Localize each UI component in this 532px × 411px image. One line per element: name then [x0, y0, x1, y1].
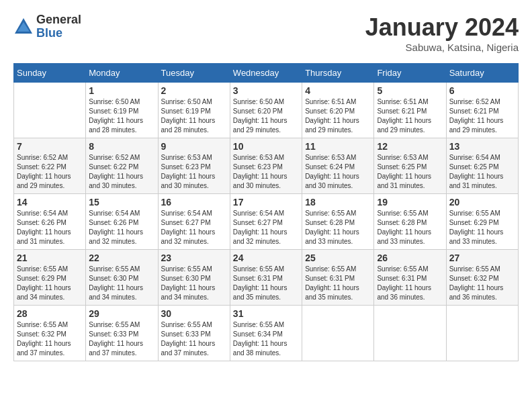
- calendar-cell: 26Sunrise: 6:55 AM Sunset: 6:31 PM Dayli…: [374, 250, 446, 306]
- week-row-4: 21Sunrise: 6:55 AM Sunset: 6:29 PM Dayli…: [14, 250, 519, 306]
- day-info: Sunrise: 6:53 AM Sunset: 6:23 PM Dayligh…: [161, 153, 227, 191]
- day-info: Sunrise: 6:55 AM Sunset: 6:32 PM Dayligh…: [449, 265, 515, 302]
- day-info: Sunrise: 6:55 AM Sunset: 6:31 PM Dayligh…: [305, 265, 371, 302]
- day-number: 3: [233, 85, 299, 96]
- calendar-cell: 19Sunrise: 6:55 AM Sunset: 6:28 PM Dayli…: [374, 194, 446, 250]
- day-number: 30: [161, 308, 227, 319]
- weekday-header-wednesday: Wednesday: [230, 64, 302, 83]
- calendar-cell: 24Sunrise: 6:55 AM Sunset: 6:31 PM Dayli…: [230, 250, 302, 306]
- day-number: 1: [89, 85, 154, 96]
- weekday-header-sunday: Sunday: [14, 64, 86, 83]
- day-number: 14: [17, 197, 83, 208]
- calendar-cell: 10Sunrise: 6:53 AM Sunset: 6:23 PM Dayli…: [230, 138, 302, 194]
- calendar-cell: 27Sunrise: 6:55 AM Sunset: 6:32 PM Dayli…: [446, 250, 518, 306]
- day-info: Sunrise: 6:55 AM Sunset: 6:34 PM Dayligh…: [233, 320, 299, 358]
- day-info: Sunrise: 6:50 AM Sunset: 6:19 PM Dayligh…: [89, 97, 154, 135]
- day-number: 13: [449, 141, 515, 152]
- day-number: 22: [89, 253, 154, 263]
- calendar-cell: 8Sunrise: 6:52 AM Sunset: 6:22 PM Daylig…: [86, 138, 158, 194]
- logo-icon: [13, 17, 34, 37]
- day-number: 28: [17, 308, 83, 319]
- day-number: 21: [17, 253, 83, 263]
- week-row-3: 14Sunrise: 6:54 AM Sunset: 6:26 PM Dayli…: [14, 194, 519, 250]
- weekday-header-thursday: Thursday: [302, 64, 374, 83]
- day-info: Sunrise: 6:55 AM Sunset: 6:30 PM Dayligh…: [161, 265, 227, 302]
- day-info: Sunrise: 6:52 AM Sunset: 6:21 PM Dayligh…: [449, 97, 515, 135]
- day-info: Sunrise: 6:55 AM Sunset: 6:29 PM Dayligh…: [449, 209, 515, 246]
- day-info: Sunrise: 6:53 AM Sunset: 6:24 PM Dayligh…: [305, 153, 371, 191]
- weekday-header-tuesday: Tuesday: [158, 64, 230, 83]
- day-number: 2: [161, 85, 227, 96]
- page-header: General Blue January 2024 Sabuwa, Katsin…: [13, 13, 519, 53]
- calendar-cell: 25Sunrise: 6:55 AM Sunset: 6:31 PM Dayli…: [302, 250, 374, 306]
- day-number: 17: [233, 197, 299, 208]
- calendar-cell: 5Sunrise: 6:51 AM Sunset: 6:21 PM Daylig…: [374, 83, 446, 138]
- day-number: 10: [233, 141, 299, 152]
- week-row-2: 7Sunrise: 6:52 AM Sunset: 6:22 PM Daylig…: [14, 138, 519, 194]
- day-number: 11: [305, 141, 371, 152]
- day-info: Sunrise: 6:55 AM Sunset: 6:33 PM Dayligh…: [161, 320, 227, 358]
- day-number: 8: [89, 141, 154, 152]
- day-number: 12: [377, 141, 443, 152]
- day-info: Sunrise: 6:52 AM Sunset: 6:22 PM Dayligh…: [89, 153, 154, 191]
- day-info: Sunrise: 6:54 AM Sunset: 6:25 PM Dayligh…: [449, 153, 515, 191]
- weekday-header-saturday: Saturday: [446, 64, 518, 83]
- title-block: January 2024 Sabuwa, Katsina, Nigeria: [365, 13, 519, 53]
- day-info: Sunrise: 6:54 AM Sunset: 6:27 PM Dayligh…: [161, 209, 227, 246]
- calendar-cell: 16Sunrise: 6:54 AM Sunset: 6:27 PM Dayli…: [158, 194, 230, 250]
- day-info: Sunrise: 6:50 AM Sunset: 6:20 PM Dayligh…: [233, 97, 299, 135]
- calendar-cell: 21Sunrise: 6:55 AM Sunset: 6:29 PM Dayli…: [14, 250, 86, 306]
- day-number: 7: [17, 141, 83, 152]
- day-info: Sunrise: 6:54 AM Sunset: 6:26 PM Dayligh…: [89, 209, 154, 246]
- day-info: Sunrise: 6:51 AM Sunset: 6:20 PM Dayligh…: [305, 97, 371, 135]
- day-info: Sunrise: 6:53 AM Sunset: 6:25 PM Dayligh…: [377, 153, 443, 191]
- day-info: Sunrise: 6:52 AM Sunset: 6:22 PM Dayligh…: [17, 153, 83, 191]
- day-number: 24: [233, 253, 299, 263]
- calendar-cell: 1Sunrise: 6:50 AM Sunset: 6:19 PM Daylig…: [86, 83, 158, 138]
- day-info: Sunrise: 6:55 AM Sunset: 6:28 PM Dayligh…: [305, 209, 371, 246]
- calendar-cell: 2Sunrise: 6:50 AM Sunset: 6:19 PM Daylig…: [158, 83, 230, 138]
- day-number: 18: [305, 197, 371, 208]
- day-number: 6: [449, 85, 515, 96]
- calendar-cell: 4Sunrise: 6:51 AM Sunset: 6:20 PM Daylig…: [302, 83, 374, 138]
- day-info: Sunrise: 6:54 AM Sunset: 6:27 PM Dayligh…: [233, 209, 299, 246]
- week-row-1: 1Sunrise: 6:50 AM Sunset: 6:19 PM Daylig…: [14, 83, 519, 138]
- calendar-cell: [302, 306, 374, 361]
- day-info: Sunrise: 6:55 AM Sunset: 6:29 PM Dayligh…: [17, 265, 83, 302]
- calendar-cell: 15Sunrise: 6:54 AM Sunset: 6:26 PM Dayli…: [86, 194, 158, 250]
- calendar-cell: 3Sunrise: 6:50 AM Sunset: 6:20 PM Daylig…: [230, 83, 302, 138]
- day-info: Sunrise: 6:55 AM Sunset: 6:31 PM Dayligh…: [233, 265, 299, 302]
- day-info: Sunrise: 6:55 AM Sunset: 6:32 PM Dayligh…: [17, 320, 83, 358]
- calendar-cell: 22Sunrise: 6:55 AM Sunset: 6:30 PM Dayli…: [86, 250, 158, 306]
- calendar-cell: 7Sunrise: 6:52 AM Sunset: 6:22 PM Daylig…: [14, 138, 86, 194]
- day-number: 26: [377, 253, 443, 263]
- day-info: Sunrise: 6:53 AM Sunset: 6:23 PM Dayligh…: [233, 153, 299, 191]
- day-info: Sunrise: 6:55 AM Sunset: 6:30 PM Dayligh…: [89, 265, 154, 302]
- weekday-header-monday: Monday: [86, 64, 158, 83]
- day-number: 9: [161, 141, 227, 152]
- calendar-cell: 6Sunrise: 6:52 AM Sunset: 6:21 PM Daylig…: [446, 83, 518, 138]
- day-info: Sunrise: 6:50 AM Sunset: 6:19 PM Dayligh…: [161, 97, 227, 135]
- calendar-cell: 11Sunrise: 6:53 AM Sunset: 6:24 PM Dayli…: [302, 138, 374, 194]
- day-info: Sunrise: 6:51 AM Sunset: 6:21 PM Dayligh…: [377, 97, 443, 135]
- day-number: 23: [161, 253, 227, 263]
- day-number: 16: [161, 197, 227, 208]
- calendar-cell: 14Sunrise: 6:54 AM Sunset: 6:26 PM Dayli…: [14, 194, 86, 250]
- calendar-table: SundayMondayTuesdayWednesdayThursdayFrid…: [13, 63, 519, 361]
- day-number: 19: [377, 197, 443, 208]
- day-info: Sunrise: 6:55 AM Sunset: 6:31 PM Dayligh…: [377, 265, 443, 302]
- day-number: 31: [233, 308, 299, 319]
- calendar-cell: [14, 83, 86, 138]
- calendar-cell: 31Sunrise: 6:55 AM Sunset: 6:34 PM Dayli…: [230, 306, 302, 361]
- day-number: 15: [89, 197, 154, 208]
- logo-blue-text: Blue: [36, 27, 81, 40]
- calendar-cell: [446, 306, 518, 361]
- day-info: Sunrise: 6:54 AM Sunset: 6:26 PM Dayligh…: [17, 209, 83, 246]
- calendar-cell: 28Sunrise: 6:55 AM Sunset: 6:32 PM Dayli…: [14, 306, 86, 361]
- day-number: 25: [305, 253, 371, 263]
- calendar-cell: 29Sunrise: 6:55 AM Sunset: 6:33 PM Dayli…: [86, 306, 158, 361]
- month-title: January 2024: [365, 13, 519, 42]
- weekday-header-row: SundayMondayTuesdayWednesdayThursdayFrid…: [14, 64, 519, 83]
- logo: General Blue: [13, 13, 81, 40]
- day-info: Sunrise: 6:55 AM Sunset: 6:28 PM Dayligh…: [377, 209, 443, 246]
